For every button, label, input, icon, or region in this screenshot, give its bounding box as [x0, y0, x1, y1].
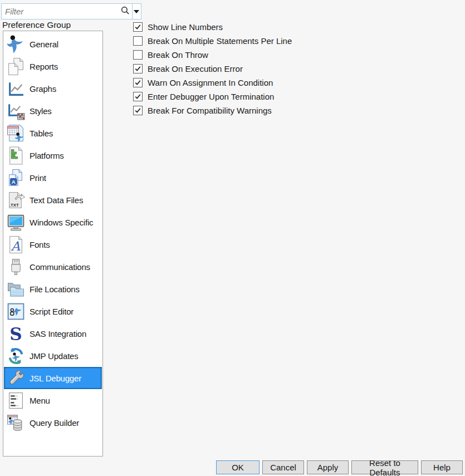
- folders-icon: [6, 279, 26, 299]
- preference-group-label: Preference Group: [2, 20, 71, 30]
- cancel-button[interactable]: Cancel: [262, 460, 304, 474]
- data-table-icon: [6, 123, 26, 143]
- sidebar-item-label: JMP Updates: [30, 351, 79, 361]
- option-label[interactable]: Enter Debugger Upon Termination: [148, 92, 274, 101]
- sidebar-item-label: Tables: [30, 129, 53, 138]
- checked-checkbox[interactable]: [133, 106, 143, 115]
- sidebar-item-platforms[interactable]: Platforms: [4, 144, 102, 166]
- usb-plug-icon: [6, 257, 26, 277]
- sidebar-item-label: Platforms: [30, 151, 64, 160]
- sidebar-item-label: JSL Debugger: [30, 374, 81, 383]
- option-row-break-on-execution-error: Break On Execution Error: [133, 62, 292, 76]
- option-label[interactable]: Show Line Numbers: [148, 22, 223, 32]
- sidebar-item-label: Fonts: [30, 240, 50, 249]
- sidebar-item-label: Print: [30, 173, 46, 183]
- option-row-show-line-numbers: Show Line Numbers: [133, 20, 292, 34]
- print-pages-icon: A: [6, 168, 26, 188]
- sidebar-item-file-locations[interactable]: File Locations: [4, 278, 102, 300]
- preference-group-list: GeneralReportsGraphsStylesTablesPlatform…: [3, 31, 103, 457]
- sidebar-item-label: Reports: [30, 62, 58, 71]
- sidebar-item-label: Windows Specific: [30, 218, 93, 227]
- svg-text:S: S: [9, 325, 22, 343]
- sidebar-item-communications[interactable]: Communications: [4, 256, 102, 278]
- checked-checkbox[interactable]: [133, 78, 143, 87]
- reset-to-defaults-button[interactable]: Reset to Defaults: [351, 460, 418, 474]
- preferences-dialog: { "filter": { "placeholder": "Filter" },…: [0, 0, 465, 476]
- sidebar-item-label: Script Editor: [30, 307, 74, 316]
- sidebar-item-fonts[interactable]: AFonts: [4, 233, 102, 256]
- option-label[interactable]: Break On Multiple Statements Per Line: [148, 36, 292, 46]
- sidebar-item-label: General: [30, 40, 58, 49]
- sidebar-item-sas-integration[interactable]: SSAS Integration: [4, 322, 102, 345]
- svg-text:A: A: [11, 178, 15, 184]
- sidebar-item-label: Graphs: [30, 84, 56, 94]
- sidebar-item-script-editor[interactable]: Script Editor: [4, 300, 102, 322]
- option-row-break-on-throw: Break On Throw: [133, 48, 292, 62]
- sidebar-item-label: Query Builder: [30, 418, 79, 428]
- sidebar-item-label: Communications: [30, 262, 90, 272]
- search-button[interactable]: [119, 4, 132, 19]
- graph-styles-icon: [6, 101, 26, 121]
- filter-combo: [1, 3, 141, 19]
- option-label[interactable]: Break On Execution Error: [148, 64, 243, 73]
- checked-checkbox[interactable]: [133, 64, 143, 73]
- filter-dropdown-button[interactable]: [133, 4, 141, 19]
- option-label[interactable]: Warn On Assignment In Condition: [148, 78, 273, 87]
- sidebar-item-jsl-debugger[interactable]: JSL Debugger: [4, 367, 102, 389]
- option-row-warn-on-assignment-in-condition: Warn On Assignment In Condition: [133, 76, 292, 90]
- sidebar-item-windows-specific[interactable]: Windows Specific: [4, 211, 102, 233]
- unchecked-checkbox[interactable]: [133, 50, 143, 60]
- search-icon: [120, 6, 130, 17]
- filter-input[interactable]: [2, 4, 119, 19]
- reports-pages-icon: [6, 56, 26, 76]
- sidebar-item-reports[interactable]: Reports: [4, 55, 102, 77]
- svg-text:.TXT: .TXT: [9, 202, 18, 207]
- sidebar-item-label: File Locations: [30, 284, 80, 294]
- script-editor-icon: [6, 301, 26, 321]
- menu-list-icon: [6, 390, 26, 410]
- chevron-down-icon: [134, 10, 139, 13]
- ok-button[interactable]: OK: [216, 460, 260, 474]
- sidebar-item-label: Styles: [30, 106, 52, 116]
- sidebar-item-label: SAS Integration: [30, 329, 86, 338]
- jmp-logo-icon: [6, 34, 26, 54]
- option-row-break-on-multiple-statements-per-line: Break On Multiple Statements Per Line: [133, 34, 292, 48]
- option-label[interactable]: Break On Throw: [148, 50, 208, 60]
- sidebar-item-jmp-updates[interactable]: JMP Updates: [4, 345, 102, 367]
- txt-file-icon: .TXT: [6, 190, 26, 210]
- monitor-icon: [6, 212, 26, 232]
- sidebar-item-query-builder[interactable]: Query Builder: [4, 411, 102, 434]
- sidebar-item-text-data-files[interactable]: .TXTText Data Files: [4, 189, 102, 211]
- debugger-options-panel: Show Line NumbersBreak On Multiple State…: [133, 20, 292, 117]
- platform-report-icon: [6, 145, 26, 165]
- sidebar-item-label: Text Data Files: [30, 195, 83, 205]
- sidebar-item-menu[interactable]: Menu: [4, 389, 102, 411]
- sidebar-item-label: Menu: [30, 396, 50, 405]
- unchecked-checkbox[interactable]: [133, 36, 143, 46]
- line-graph-icon: [6, 78, 26, 99]
- sidebar-item-styles[interactable]: Styles: [4, 100, 102, 122]
- option-row-break-for-compatibility-warnings: Break For Compatibility Warnings: [133, 104, 292, 117]
- sidebar-item-tables[interactable]: Tables: [4, 122, 102, 144]
- database-query-icon: [6, 413, 26, 433]
- sidebar-item-graphs[interactable]: Graphs: [4, 77, 102, 100]
- help-button[interactable]: Help: [421, 460, 463, 474]
- svg-text:A: A: [10, 238, 20, 253]
- sidebar-item-print[interactable]: APrint: [4, 166, 102, 189]
- option-row-enter-debugger-upon-termination: Enter Debugger Upon Termination: [133, 90, 292, 104]
- checked-checkbox[interactable]: [133, 92, 143, 101]
- dialog-button-row: OKCancelApplyReset to DefaultsHelp: [216, 460, 463, 474]
- update-arrows-icon: [6, 346, 26, 366]
- sidebar-item-general[interactable]: General: [4, 33, 102, 55]
- apply-button[interactable]: Apply: [307, 460, 349, 474]
- font-letter-icon: A: [6, 234, 26, 254]
- sas-logo-icon: S: [6, 323, 26, 343]
- checked-checkbox[interactable]: [133, 22, 143, 32]
- wrench-icon: [6, 368, 26, 388]
- option-label[interactable]: Break For Compatibility Warnings: [148, 106, 272, 115]
